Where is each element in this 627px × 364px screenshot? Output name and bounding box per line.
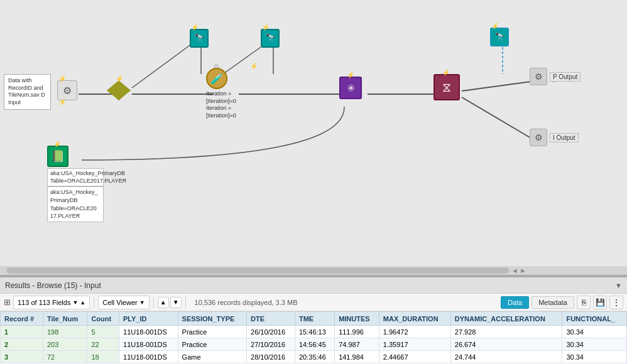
table-cell: 20:35:46 xyxy=(295,351,334,363)
col-minutes[interactable]: MINUTES xyxy=(335,312,379,326)
table-cell: 28/10/2016 xyxy=(247,351,295,363)
sort-buttons: ▲ ▼ xyxy=(158,297,182,308)
records-info: 10,536 records displayed, 3.3 MB xyxy=(195,299,298,306)
table-cell: 5 xyxy=(87,326,119,338)
table-row: 22032211U18-001DSPractice27/10/201614:56… xyxy=(1,338,627,351)
more-icon-btn[interactable]: ⋮ xyxy=(609,296,623,309)
results-panel: Results - Browse (15) - Input ▼ ⊞ 113 of… xyxy=(0,276,627,364)
table-row: 3721811U18-001DSGame28/10/201620:35:4614… xyxy=(1,351,627,363)
toolbar-sep-1 xyxy=(94,297,94,308)
table-cell: 18 xyxy=(87,351,119,363)
copy-icon-btn[interactable]: ⎘ xyxy=(577,296,591,309)
node-settings-1[interactable]: ⚙ ⚡ ⚡ xyxy=(57,80,77,100)
node-data-input[interactable]: Data with RecordID and TileNum.sav D Inp… xyxy=(4,74,51,110)
results-toolbar: ⊞ 113 of 113 Fields ▼ ▲ Cell Viewer ▼ ▲ … xyxy=(0,294,627,311)
db-input-icon[interactable]: 📗 xyxy=(47,146,68,167)
table-cell: 198 xyxy=(43,326,87,338)
table-cell: 203 xyxy=(43,338,87,351)
sort-down-btn[interactable]: ▼ xyxy=(170,297,182,308)
fields-selector-btn[interactable]: 113 of 113 Fields ▼ ▲ xyxy=(13,296,90,309)
col-count[interactable]: Count xyxy=(87,312,119,326)
table-cell: 1.96472 xyxy=(379,326,450,338)
fields-chevron-up: ▲ xyxy=(80,299,85,306)
canvas-scrollbar[interactable]: ◄ ► xyxy=(0,266,627,275)
data-input-label: Data with RecordID and TileNum.sav D Inp… xyxy=(8,77,45,105)
browse-icon-3[interactable]: 🔭 xyxy=(490,28,509,46)
col-session-type[interactable]: SESSION_TYPE xyxy=(178,312,246,326)
node-browse-1[interactable]: 🔭 ⚡ xyxy=(190,29,209,48)
join-icon[interactable]: ✳ xyxy=(339,77,362,99)
grid-icon: ⊞ xyxy=(4,297,11,307)
table-cell: 14:56:45 xyxy=(295,338,334,351)
table-cell: 26.674 xyxy=(450,338,562,351)
node-join[interactable]: ✳ ⚡ xyxy=(339,77,362,99)
table-cell: 30.34 xyxy=(562,326,627,338)
output-p-icon[interactable]: ⚙ xyxy=(530,68,547,85)
save-icon-btn[interactable]: 💾 xyxy=(593,296,607,309)
table-cell: 30.34 xyxy=(562,351,627,363)
cell-viewer-chevron: ▼ xyxy=(139,299,145,306)
table-cell: 27.928 xyxy=(450,326,562,338)
funnel-icon[interactable]: ⧖ xyxy=(433,74,460,100)
table-cell: 2 xyxy=(1,338,43,351)
table-cell: Practice xyxy=(178,338,246,351)
output-i-icon[interactable]: ⚙ xyxy=(530,129,547,146)
table-cell: 27/10/2016 xyxy=(247,338,295,351)
data-tab-btn[interactable]: Data xyxy=(501,296,529,309)
col-record[interactable]: Record # xyxy=(1,312,43,326)
cell-viewer-label: Cell Viewer xyxy=(102,299,137,306)
table-cell: 3 xyxy=(1,351,43,363)
toolbar-sep-2 xyxy=(153,297,154,308)
col-tile-num[interactable]: Tile_Num xyxy=(43,312,87,326)
table-body: 1198511U18-001DSPractice26/10/201615:46:… xyxy=(1,326,627,363)
col-functional[interactable]: FUNCTIONAL_ xyxy=(562,312,627,326)
results-table: Record # Tile_Num Count PLY_ID SESSION_T… xyxy=(0,311,627,363)
table-cell: 11U18-001DS xyxy=(119,338,178,351)
browse-icon-1[interactable]: 🔭 xyxy=(190,29,209,48)
node-output-i[interactable]: ⚙ I Output xyxy=(530,129,579,146)
fields-chevron-down: ▼ xyxy=(72,299,78,306)
canvas-scrollbar-thumb[interactable] xyxy=(6,267,509,274)
workflow-canvas[interactable]: Data with RecordID and TileNum.sav D Inp… xyxy=(0,0,627,276)
table-cell: Practice xyxy=(178,326,246,338)
results-table-wrapper[interactable]: Record # Tile_Num Count PLY_ID SESSION_T… xyxy=(0,311,627,364)
metadata-tab-btn[interactable]: Metadata xyxy=(532,296,574,309)
table-cell: 74.987 xyxy=(335,338,379,351)
svg-line-4 xyxy=(462,82,531,91)
output-i-label: I Output xyxy=(550,133,579,142)
table-row: 1198511U18-001DSPractice26/10/201615:46:… xyxy=(1,326,627,338)
col-tme[interactable]: TME xyxy=(295,312,334,326)
node-formula[interactable]: 🧪 ⊙ ⚡ Iteration = [Iteration]=0 Iteratio… xyxy=(206,68,256,120)
formula-icon[interactable]: 🧪 xyxy=(206,68,227,89)
svg-line-12 xyxy=(132,44,192,88)
table-cell: 11U18-001DS xyxy=(119,326,178,338)
sort-up-btn[interactable]: ▲ xyxy=(158,297,169,308)
table-cell: 30.34 xyxy=(562,338,627,351)
node-browse-2[interactable]: 🔭 ⚡ xyxy=(261,29,280,48)
results-close-btn[interactable]: ▼ xyxy=(615,282,622,289)
table-cell: 24.744 xyxy=(450,351,562,363)
node-diamond[interactable]: ⚡ xyxy=(107,80,131,100)
node-db-input[interactable]: 📗 ⚡ aka:USA_Hockey_PrimaryDB Table=ORACL… xyxy=(47,146,104,222)
formula-label: Iteration = [Iteration]=0 xyxy=(206,90,256,105)
table-cell: 22 xyxy=(87,338,119,351)
table-cell: 72 xyxy=(43,351,87,363)
results-header: Results - Browse (15) - Input ▼ xyxy=(0,277,627,294)
diamond-icon[interactable] xyxy=(107,80,131,100)
col-ply-id[interactable]: PLY_ID xyxy=(119,312,178,326)
table-cell: 1 xyxy=(1,326,43,338)
node-funnel[interactable]: ⧖ ⚡ xyxy=(433,74,460,100)
table-cell: 141.984 xyxy=(335,351,379,363)
browse-icon-2[interactable]: 🔭 xyxy=(261,29,280,48)
fields-count-label: 113 of 113 Fields xyxy=(18,299,70,306)
node-output-p[interactable]: ⚙ P Output xyxy=(530,68,581,85)
col-dynamic-accel[interactable]: DYNAMIC_ACCELERATION xyxy=(450,312,562,326)
node-browse-3[interactable]: 🔭 ⚡ xyxy=(490,28,509,46)
db-label-text: aka:USA_Hockey_PrimaryDBTable=ORACLE2017… xyxy=(47,186,104,222)
col-max-duration[interactable]: MAX_DURATION xyxy=(379,312,450,326)
table-header-row: Record # Tile_Num Count PLY_ID SESSION_T… xyxy=(1,312,627,326)
col-dte[interactable]: DTE xyxy=(247,312,295,326)
table-cell: 111.996 xyxy=(335,326,379,338)
cell-viewer-btn[interactable]: Cell Viewer ▼ xyxy=(98,296,149,309)
settings-icon-1[interactable]: ⚙ xyxy=(57,80,77,100)
